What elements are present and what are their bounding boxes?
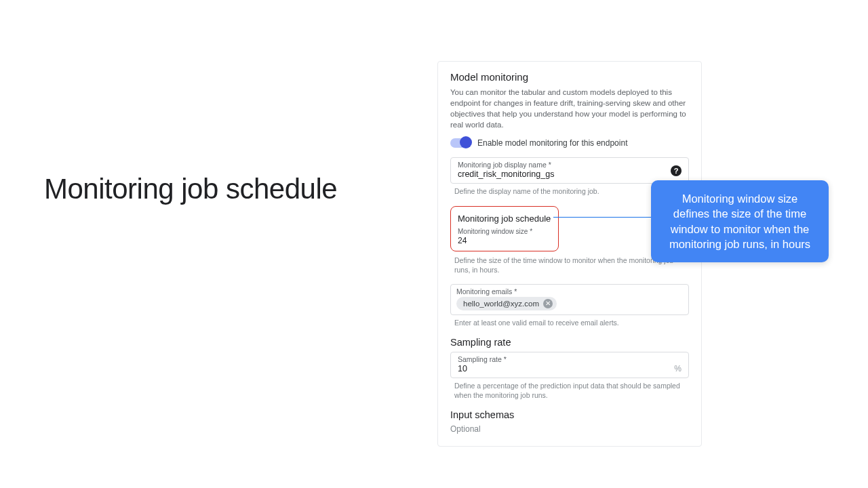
job-name-value: credit_risk_monitoring_gs [458, 169, 682, 179]
schedule-title: Monitoring job schedule [458, 214, 551, 224]
window-size-value[interactable]: 24 [458, 236, 551, 245]
percent-suffix: % [674, 364, 682, 373]
callout-tooltip: Monitoring window size defines the size … [651, 180, 829, 262]
enable-monitoring-label: Enable model monitoring for this endpoin… [477, 138, 627, 148]
help-icon[interactable]: ? [671, 165, 682, 176]
emails-field[interactable]: Monitoring emails * hello_world@xyz.com … [450, 284, 689, 315]
input-schemas-title: Input schemas [450, 409, 689, 420]
enable-monitoring-row: Enable model monitoring for this endpoin… [450, 138, 689, 148]
emails-helper: Enter at least one valid email to receiv… [454, 318, 689, 327]
schedule-highlight-box: Monitoring job schedule Monitoring windo… [450, 206, 559, 251]
callout-leader-line [553, 217, 655, 218]
sampling-value: 10 [458, 364, 682, 373]
slide-title: Monitoring job schedule [44, 173, 337, 205]
job-name-field[interactable]: Monitoring job display name * credit_ris… [450, 157, 689, 184]
sampling-label: Sampling rate * [458, 355, 682, 363]
panel-heading: Model monitoring [450, 71, 689, 83]
enable-monitoring-toggle[interactable] [450, 138, 471, 148]
sampling-title: Sampling rate [450, 337, 689, 348]
panel-description: You can monitor the tabular and custom m… [450, 87, 689, 130]
email-chip: hello_world@xyz.com ✕ [456, 297, 557, 310]
emails-label: Monitoring emails * [456, 287, 683, 296]
remove-chip-icon[interactable]: ✕ [543, 299, 553, 308]
sampling-helper: Define a percentage of the prediction in… [454, 381, 689, 400]
sampling-field[interactable]: Sampling rate * 10 % [450, 352, 689, 378]
job-name-label: Monitoring job display name * [458, 161, 682, 169]
input-schemas-subtext: Optional [450, 424, 689, 434]
email-chip-text: hello_world@xyz.com [463, 300, 539, 308]
window-size-label: Monitoring window size * [458, 228, 551, 235]
